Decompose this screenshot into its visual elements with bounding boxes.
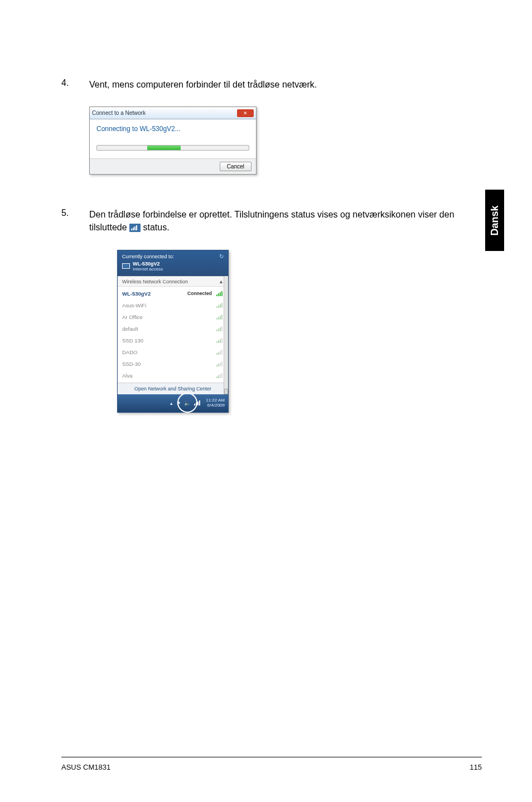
network-tray-icon[interactable] xyxy=(194,399,201,407)
svg-rect-1 xyxy=(133,228,134,230)
svg-rect-5 xyxy=(218,293,219,296)
speaker-icon[interactable]: 🔈 xyxy=(184,400,190,406)
svg-rect-28 xyxy=(216,365,217,366)
svg-rect-19 xyxy=(221,326,223,331)
currently-connected-label: Currently connected to: xyxy=(122,254,224,259)
network-item[interactable]: SSD-30 xyxy=(118,358,228,370)
network-name: Ar Office xyxy=(122,314,143,320)
svg-rect-6 xyxy=(220,292,221,296)
signal-icon xyxy=(216,360,224,368)
signal-icon xyxy=(216,349,224,356)
svg-rect-12 xyxy=(216,318,217,320)
svg-rect-29 xyxy=(218,364,219,366)
svg-rect-3 xyxy=(136,225,137,230)
step-5-text-b: status. xyxy=(143,223,170,232)
network-name: DADO xyxy=(122,349,137,355)
wireless-section-header: Wireless Network Connection ▲ xyxy=(118,276,228,287)
connected-ssid: WL-530gV2 xyxy=(133,261,163,267)
step-4-number: 4. xyxy=(61,78,89,91)
svg-rect-25 xyxy=(218,352,219,355)
network-name: SSD-30 xyxy=(122,361,141,367)
network-item[interactable]: Alva xyxy=(118,370,228,381)
close-icon[interactable]: ✕ xyxy=(237,109,254,117)
svg-rect-18 xyxy=(220,327,221,331)
dialog-title-text: Connect to a Network xyxy=(92,110,146,116)
svg-rect-8 xyxy=(216,306,217,308)
network-list: WL-530gV2ConnectedAsus-WiFiAr Officedefa… xyxy=(118,287,228,383)
network-item[interactable]: DADO xyxy=(118,346,228,358)
tray-up-icon[interactable]: ▴ xyxy=(170,400,173,406)
network-name: default xyxy=(122,326,138,332)
svg-rect-36 xyxy=(194,404,195,405)
network-item[interactable]: default xyxy=(118,323,228,335)
step-5-text: Den trådløse forbindelse er oprettet. Ti… xyxy=(89,208,482,234)
svg-rect-14 xyxy=(220,316,221,320)
cancel-button[interactable]: Cancel xyxy=(220,162,252,171)
signal-icon xyxy=(216,337,224,344)
svg-rect-17 xyxy=(218,328,219,331)
network-signal xyxy=(216,360,224,368)
svg-rect-10 xyxy=(220,304,221,308)
network-item[interactable]: WL-530gV2Connected xyxy=(118,288,228,299)
connecting-text: Connecting to WL-530gV2... xyxy=(96,125,249,133)
svg-rect-24 xyxy=(216,353,217,355)
network-signal xyxy=(216,325,224,332)
network-item[interactable]: Ar Office xyxy=(118,311,228,323)
step-4: 4. Vent, mens computeren forbinder til d… xyxy=(61,78,482,91)
network-signal xyxy=(216,349,224,356)
section-label: Wireless Network Connection xyxy=(122,279,188,284)
network-signal xyxy=(216,372,224,379)
signal-icon xyxy=(216,313,224,321)
footer-left: ASUS CM1831 xyxy=(61,763,110,771)
page-footer: ASUS CM1831 115 xyxy=(61,757,482,771)
step-5-number: 5. xyxy=(61,208,89,234)
signal-bars-icon xyxy=(129,224,141,232)
signal-icon xyxy=(216,302,224,309)
network-signal: Connected xyxy=(187,290,224,297)
svg-rect-20 xyxy=(216,341,217,343)
network-name: Alva xyxy=(122,373,132,379)
step-4-text: Vent, mens computeren forbinder til det … xyxy=(89,78,317,91)
signal-icon xyxy=(216,372,224,379)
svg-rect-37 xyxy=(196,403,197,405)
svg-rect-34 xyxy=(220,374,221,378)
refresh-icon[interactable]: ↻ xyxy=(219,253,224,259)
taskbar: ▴ ⚑ 🔈 11:22 AM 6/4/2009 xyxy=(118,394,228,412)
signal-icon xyxy=(216,290,224,297)
footer-page-number: 115 xyxy=(470,763,482,771)
connect-dialog: Connect to a Network ✕ Connecting to WL-… xyxy=(89,107,257,175)
monitor-icon xyxy=(122,263,130,269)
chevron-up-icon[interactable]: ▲ xyxy=(219,279,224,284)
progress-bar xyxy=(96,145,249,151)
flyout-header: ↻ Currently connected to: WL-530gV2 Inte… xyxy=(118,250,228,276)
open-sharing-center-link[interactable]: Open Network and Sharing Center xyxy=(118,383,228,394)
signal-icon xyxy=(216,325,224,332)
step-5: 5. Den trådløse forbindelse er oprettet.… xyxy=(61,208,482,234)
svg-rect-11 xyxy=(221,303,223,308)
svg-rect-32 xyxy=(216,376,217,378)
svg-rect-35 xyxy=(221,373,223,378)
svg-rect-26 xyxy=(220,351,221,355)
network-item[interactable]: Asus-WiFi xyxy=(118,299,228,311)
svg-rect-13 xyxy=(218,317,219,320)
language-tab: Dansk xyxy=(485,190,504,251)
network-signal xyxy=(216,313,224,321)
svg-rect-9 xyxy=(218,305,219,308)
svg-rect-0 xyxy=(131,229,132,230)
svg-rect-15 xyxy=(221,315,223,320)
scroll-down-icon[interactable] xyxy=(224,389,228,394)
network-signal xyxy=(216,302,224,309)
access-label: Internet access xyxy=(133,267,163,272)
network-item[interactable]: SSD 130 xyxy=(118,335,228,346)
svg-rect-39 xyxy=(199,400,200,405)
svg-rect-7 xyxy=(221,291,223,296)
network-name: Asus-WiFi xyxy=(122,302,146,308)
network-flyout: ↻ Currently connected to: WL-530gV2 Inte… xyxy=(117,250,229,413)
progress-chunk xyxy=(147,146,181,150)
dialog-titlebar: Connect to a Network ✕ xyxy=(90,107,256,119)
flag-icon[interactable]: ⚑ xyxy=(176,400,181,406)
network-name: SSD 130 xyxy=(122,337,143,344)
svg-rect-4 xyxy=(216,294,217,296)
svg-rect-27 xyxy=(221,350,223,355)
language-label: Dansk xyxy=(489,205,501,235)
